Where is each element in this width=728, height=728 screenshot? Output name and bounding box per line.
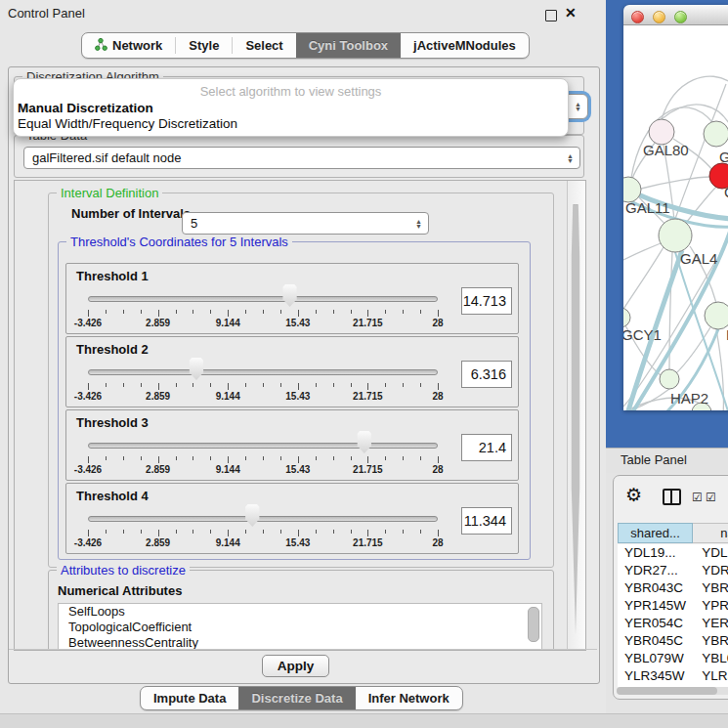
tick-mark bbox=[193, 456, 193, 460]
tick-label: 9.144 bbox=[216, 318, 240, 328]
table-cell: YDR27... bbox=[618, 562, 692, 579]
table-row[interactable]: YBR045CYBR045C bbox=[618, 632, 728, 650]
horizontal-scrollbar[interactable] bbox=[617, 687, 728, 695]
gear-icon[interactable]: ⚙ bbox=[625, 484, 642, 506]
tab-label: Network bbox=[112, 38, 162, 53]
float-window-icon[interactable] bbox=[545, 10, 557, 21]
apply-button[interactable]: Apply bbox=[262, 655, 329, 677]
minimize-traffic-light-icon[interactable] bbox=[653, 11, 665, 23]
number-of-intervals-combobox[interactable]: 5 ▲▼ bbox=[182, 212, 429, 235]
tick-mark bbox=[158, 310, 159, 317]
tick-mark bbox=[106, 530, 107, 534]
threshold-value-field[interactable]: 6.316 bbox=[461, 361, 512, 388]
thresholds-group-title: Threshold's Coordinates for 5 Intervals bbox=[66, 235, 292, 249]
node-label: GAL11 bbox=[625, 199, 670, 216]
slider-track[interactable] bbox=[88, 443, 438, 449]
table-cell: YBR043C bbox=[692, 579, 728, 597]
tick-mark bbox=[210, 310, 211, 314]
threshold-value-field[interactable]: 21.4 bbox=[461, 434, 512, 461]
vertical-scrollbar-thumb[interactable] bbox=[571, 204, 580, 634]
checkbox-icon[interactable]: ☑ bbox=[706, 491, 716, 504]
tick-mark bbox=[280, 310, 281, 314]
column-header-1[interactable]: name bbox=[693, 523, 728, 543]
attribute-list-item[interactable]: TopologicalCoefficient bbox=[59, 620, 541, 635]
threshold-slider[interactable]: -3.4262.8599.14415.4321.71528 bbox=[88, 504, 438, 549]
tick-mark bbox=[193, 530, 193, 534]
checkbox-icon[interactable]: ☑ bbox=[692, 491, 703, 504]
threshold-slider[interactable]: -3.4262.8599.14415.4321.71528 bbox=[88, 358, 438, 403]
network-canvas[interactable]: GAL80GACGAL11GAL4GCY1HHAP2 bbox=[623, 25, 728, 410]
column-header-0[interactable]: shared... bbox=[618, 523, 693, 543]
tick-mark bbox=[106, 456, 107, 460]
tick-label: -3.426 bbox=[74, 391, 102, 402]
attributes-group-title: Attributes to discretize bbox=[57, 563, 190, 578]
table-header-row: shared...name bbox=[618, 523, 728, 543]
table-row[interactable]: YBL079WYBL079W bbox=[618, 650, 728, 667]
tab-label: Infer Network bbox=[368, 691, 450, 706]
tab-network[interactable]: Network bbox=[82, 33, 175, 58]
tick-mark bbox=[438, 530, 439, 536]
vertical-scrollbar[interactable] bbox=[567, 181, 585, 650]
algorithm-popup-item[interactable]: Manual Discretization bbox=[18, 101, 153, 115]
slider-track[interactable] bbox=[88, 369, 438, 375]
tab-cyni-toolbox[interactable]: Cyni Toolbox bbox=[296, 33, 401, 58]
table-cell: YDR27... bbox=[692, 562, 728, 579]
tab-discretize-data[interactable]: Discretize Data bbox=[238, 687, 355, 709]
table-row[interactable]: YPR145WYPR145W bbox=[618, 597, 728, 615]
threshold-label: Threshold 1 bbox=[76, 269, 149, 283]
tick-label: 2.859 bbox=[146, 464, 170, 475]
table-row[interactable]: YBR043CYBR043C bbox=[618, 579, 728, 597]
table-cell: YBL079W bbox=[618, 650, 692, 667]
threshold-slider[interactable]: -3.4262.8599.14415.4321.71528 bbox=[88, 284, 438, 329]
tick-label: 2.859 bbox=[146, 318, 170, 328]
threshold-value-field[interactable]: 11.344 bbox=[461, 507, 512, 535]
table-cell: YDL19... bbox=[618, 544, 692, 562]
tab-style[interactable]: Style bbox=[176, 33, 232, 58]
slider-thumb[interactable] bbox=[188, 358, 204, 380]
slider-thumb[interactable] bbox=[356, 431, 372, 453]
tick-mark bbox=[298, 530, 299, 536]
tick-mark bbox=[228, 456, 229, 463]
tick-mark bbox=[141, 310, 142, 314]
table-data-combobox[interactable]: galFiltered.sif default node ▲▼ bbox=[23, 147, 580, 169]
table-row[interactable]: YER054CYER054C bbox=[618, 615, 728, 632]
split-columns-icon[interactable] bbox=[663, 489, 681, 505]
tick-label: 2.859 bbox=[146, 537, 170, 548]
tab-infer-network[interactable]: Infer Network bbox=[356, 687, 462, 709]
table-cell: YBR045C bbox=[618, 632, 692, 650]
attributes-scrollbar-thumb[interactable] bbox=[528, 607, 539, 642]
horizontal-scrollbar-thumb[interactable] bbox=[617, 687, 717, 695]
table-cell: YLR345W bbox=[692, 667, 728, 685]
table-row[interactable]: YLR345WYLR345W bbox=[618, 667, 728, 685]
network-window-titlebar[interactable] bbox=[623, 5, 728, 25]
threshold-value-field[interactable]: 14.713 bbox=[461, 287, 512, 315]
tick-mark bbox=[403, 383, 404, 387]
numerical-attributes-list[interactable]: SelfLoopsTopologicalCoefficientBetweenne… bbox=[58, 603, 542, 651]
app-root: Control Panel ✕ NetworkStyleSelectCyni T… bbox=[0, 0, 728, 728]
algorithm-prompt-item[interactable]: Select algorithm to view settings bbox=[14, 84, 568, 99]
slider-thumb[interactable] bbox=[244, 504, 261, 527]
tick-label: -3.426 bbox=[74, 464, 102, 475]
tab-select[interactable]: Select bbox=[233, 33, 295, 58]
tab-jactivemnodules[interactable]: jActiveMNodules bbox=[401, 33, 529, 58]
tick-mark bbox=[385, 310, 386, 314]
table-cell: YDL19... bbox=[692, 544, 728, 562]
zoom-traffic-light-icon[interactable] bbox=[674, 11, 687, 23]
threshold-slider[interactable]: -3.4262.8599.14415.4321.71528 bbox=[88, 431, 438, 476]
table-cell: YER054C bbox=[692, 615, 728, 632]
tick-mark bbox=[403, 310, 404, 314]
table-row[interactable]: YDL19...YDL19... bbox=[618, 544, 728, 562]
slider-thumb[interactable] bbox=[281, 284, 298, 307]
tab-impute-data[interactable]: Impute Data bbox=[141, 687, 238, 709]
slider-track[interactable] bbox=[88, 296, 438, 302]
tick-mark bbox=[298, 383, 299, 390]
algorithm-popup-item[interactable]: Equal Width/Frequency Discretization bbox=[18, 116, 237, 131]
tick-label: 15.43 bbox=[285, 391, 310, 402]
slider-track[interactable] bbox=[88, 516, 438, 522]
tick-mark bbox=[351, 530, 352, 534]
close-icon[interactable]: ✕ bbox=[565, 5, 577, 21]
attribute-list-item[interactable]: SelfLoops bbox=[59, 604, 541, 620]
table-row[interactable]: YDR27...YDR27... bbox=[618, 562, 728, 579]
network-window[interactable]: GAL80GACGAL11GAL4GCY1HHAP2 bbox=[623, 5, 728, 410]
close-traffic-light-icon[interactable] bbox=[631, 11, 644, 23]
